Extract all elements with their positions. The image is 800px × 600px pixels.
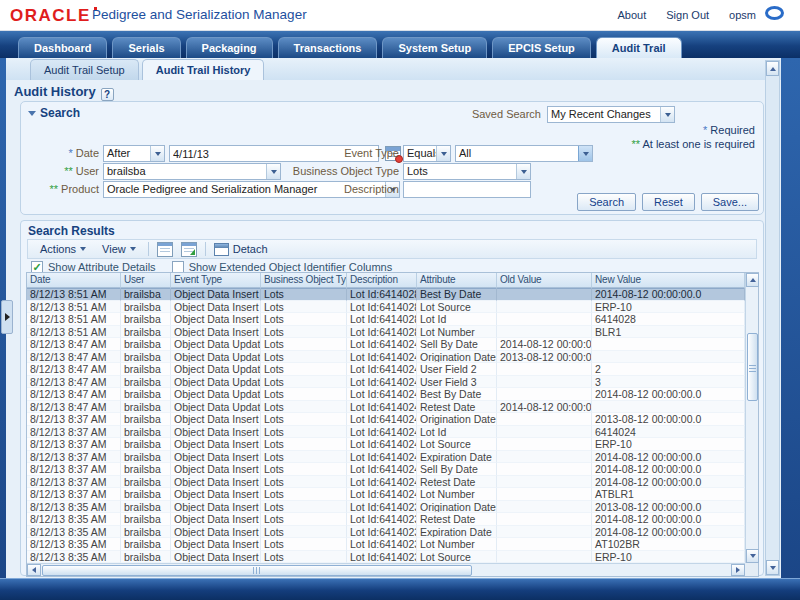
save-button[interactable]: Save... [701, 193, 759, 211]
table-row[interactable]: 8/12/13 8:47 AMbrailsbaObject Data Updat… [27, 376, 745, 389]
table-row[interactable]: 8/12/13 8:35 AMbrailsbaObject Data Inser… [27, 513, 745, 526]
username-link[interactable]: opsm [729, 9, 756, 21]
scroll-down-button[interactable] [746, 549, 759, 563]
date-operator-select[interactable]: After [103, 145, 165, 162]
table-row[interactable]: 8/12/13 8:37 AMbrailsbaObject Data Inser… [27, 451, 745, 464]
table-row[interactable]: 8/12/13 8:47 AMbrailsbaObject Data Updat… [27, 351, 745, 364]
table-row[interactable]: 8/12/13 8:47 AMbrailsbaObject Data Updat… [27, 338, 745, 351]
tab-serials[interactable]: Serials [112, 37, 180, 58]
table-cell [497, 538, 592, 551]
page-vertical-scrollbar[interactable] [765, 60, 780, 576]
search-section-header[interactable]: Search [28, 106, 80, 120]
help-icon[interactable]: ? [101, 88, 114, 101]
table-cell [497, 526, 592, 539]
view-menu-button[interactable]: View [98, 243, 140, 255]
table-row[interactable]: 8/12/13 8:35 AMbrailsbaObject Data Inser… [27, 501, 745, 514]
table-row[interactable]: 8/12/13 8:47 AMbrailsbaObject Data Updat… [27, 388, 745, 401]
column-header-description[interactable]: Description [347, 273, 417, 288]
main-tab-bar: DashboardSerialsPackagingTransactionsSys… [0, 31, 800, 58]
tab-packaging[interactable]: Packaging [186, 37, 273, 58]
table-row[interactable]: 8/12/13 8:51 AMbrailsbaObject Data Inser… [27, 326, 745, 339]
page-scroll-down-button[interactable] [766, 560, 779, 575]
tab-epcis-setup[interactable]: EPCIS Setup [492, 37, 591, 58]
table-cell: 2013-08-12 00:00:00.0 [592, 413, 745, 426]
table-cell: brailsba [121, 388, 171, 401]
description-input[interactable] [403, 181, 531, 198]
scroll-right-button[interactable] [731, 564, 745, 576]
column-header-user[interactable]: User [121, 273, 171, 288]
sign-out-link[interactable]: Sign Out [666, 9, 709, 21]
search-button[interactable]: Search [577, 193, 636, 211]
reset-button[interactable]: Reset [642, 193, 695, 211]
table-cell: Lot Number [417, 326, 497, 339]
table-row[interactable]: 8/12/13 8:51 AMbrailsbaObject Data Inser… [27, 313, 745, 326]
table-row[interactable]: 8/12/13 8:35 AMbrailsbaObject Data Inser… [27, 526, 745, 539]
table-cell: 6414024 [592, 426, 745, 439]
tab-system-setup[interactable]: System Setup [382, 37, 487, 58]
scroll-left-button[interactable] [27, 564, 41, 576]
table-row[interactable]: 8/12/13 8:47 AMbrailsbaObject Data Updat… [27, 363, 745, 376]
table-cell: 2014-08-12 00:00:00.0 [592, 388, 745, 401]
table-cell: Object Data Insert [171, 301, 261, 314]
table-row[interactable]: 8/12/13 8:37 AMbrailsbaObject Data Inser… [27, 426, 745, 439]
table-cell: Lot Id:6414024 [347, 376, 417, 389]
tab-audit-trail[interactable]: Audit Trail [596, 37, 682, 58]
user-select[interactable]: brailsba [103, 163, 281, 180]
horizontal-scroll-thumb[interactable] [42, 565, 472, 576]
table-cell: Lot Id:6414024 [347, 426, 417, 439]
table-row[interactable]: 8/12/13 8:37 AMbrailsbaObject Data Inser… [27, 463, 745, 476]
table-cell: Object Data Insert [171, 288, 261, 301]
table-row[interactable]: 8/12/13 8:37 AMbrailsbaObject Data Inser… [27, 476, 745, 489]
table-row[interactable]: 8/12/13 8:37 AMbrailsbaObject Data Inser… [27, 438, 745, 451]
chevron-down-icon [516, 164, 530, 179]
saved-search-select[interactable]: My Recent Changes [547, 106, 675, 123]
tab-transactions[interactable]: Transactions [278, 37, 378, 58]
table-cell: 8/12/13 8:51 AM [27, 301, 121, 314]
table-horizontal-scrollbar[interactable] [27, 563, 745, 576]
search-results-header: Search Results [28, 224, 115, 238]
table-cell: 2014-08-12 00:00:00.0 [497, 401, 592, 414]
column-header-attribute[interactable]: Attribute [417, 273, 497, 288]
table-cell: brailsba [121, 326, 171, 339]
subtab-audit-trail-history[interactable]: Audit Trail History [142, 59, 265, 80]
table-cell [497, 288, 592, 301]
table-row[interactable]: 8/12/13 8:35 AMbrailsbaObject Data Inser… [27, 538, 745, 551]
column-header-new-value[interactable]: New Value [592, 273, 745, 288]
column-header-old-value[interactable]: Old Value [497, 273, 592, 288]
business-object-type-select[interactable]: Lots [403, 163, 531, 180]
page-scroll-up-button[interactable] [766, 61, 779, 76]
table-cell: ERP-10 [592, 438, 745, 451]
column-header-date[interactable]: Date [27, 273, 121, 288]
table-cell: AT102BR [592, 538, 745, 551]
about-link[interactable]: About [618, 9, 647, 21]
table-row[interactable]: 8/12/13 8:37 AMbrailsbaObject Data Inser… [27, 413, 745, 426]
table-vertical-scrollbar[interactable] [745, 273, 758, 563]
at-least-one-note: ** At least one is required [631, 137, 755, 151]
export-icon[interactable] [157, 242, 173, 257]
actions-menu-button[interactable]: Actions [36, 243, 90, 255]
event-type-select[interactable]: All [455, 145, 593, 162]
table-row[interactable]: 8/12/13 8:35 AMbrailsbaObject Data Inser… [27, 551, 745, 564]
table-cell: Object Data Insert [171, 326, 261, 339]
export-filtered-icon[interactable] [181, 242, 197, 257]
column-header-business-object-type[interactable]: Business Object Type [261, 273, 347, 288]
table-cell [497, 426, 592, 439]
table-cell [592, 401, 745, 414]
table-row[interactable]: 8/12/13 8:51 AMbrailsbaObject Data Inser… [27, 301, 745, 314]
table-cell: brailsba [121, 476, 171, 489]
table-row[interactable]: 8/12/13 8:47 AMbrailsbaObject Data Updat… [27, 401, 745, 414]
panel-splitter-handle[interactable] [1, 300, 13, 334]
table-cell [497, 513, 592, 526]
column-header-event-type[interactable]: Event Type [171, 273, 261, 288]
tab-dashboard[interactable]: Dashboard [18, 37, 107, 58]
table-cell: Lot Id:6414024 [347, 438, 417, 451]
table-row[interactable]: 8/12/13 8:51 AMbrailsbaObject Data Inser… [27, 288, 745, 301]
vertical-scroll-thumb[interactable] [747, 333, 758, 401]
table-cell: brailsba [121, 301, 171, 314]
event-type-operator-select[interactable]: Equals [403, 145, 451, 162]
scroll-up-button[interactable] [746, 273, 759, 287]
table-cell: Object Data Insert [171, 463, 261, 476]
table-row[interactable]: 8/12/13 8:37 AMbrailsbaObject Data Inser… [27, 488, 745, 501]
detach-button[interactable]: Detach [214, 243, 268, 256]
subtab-audit-trail-setup[interactable]: Audit Trail Setup [30, 59, 139, 80]
